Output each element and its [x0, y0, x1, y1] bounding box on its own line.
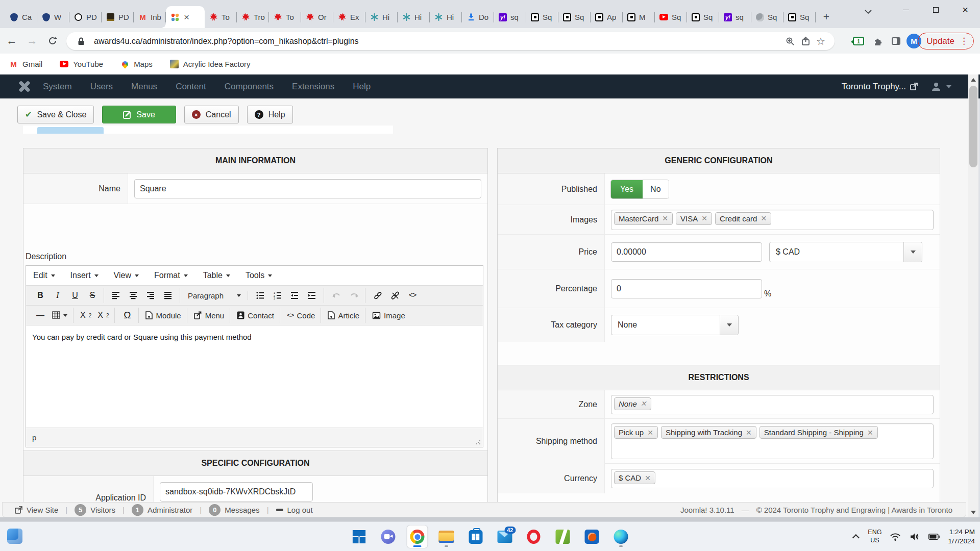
price-currency-select[interactable]: $ CAD — [769, 242, 922, 262]
remove-tag-icon[interactable]: ✕ — [746, 429, 752, 437]
editor-menu-view[interactable]: View — [114, 271, 139, 280]
element-path[interactable]: p — [32, 433, 36, 442]
chrome-update-button[interactable]: Update ⋮ — [918, 33, 974, 49]
bookmark-item[interactable]: Acrylic Idea Factory — [170, 60, 251, 68]
opera-icon[interactable] — [524, 525, 544, 548]
bookmark-item[interactable]: YouTube — [60, 60, 103, 68]
paragraph-format-dropdown[interactable]: Paragraph — [185, 291, 244, 300]
table-button[interactable] — [50, 308, 69, 323]
bullet-list-button[interactable] — [253, 288, 268, 303]
browser-tab[interactable]: Hi — [398, 6, 430, 28]
percentage-input[interactable] — [611, 279, 762, 298]
published-yes-button[interactable]: Yes — [611, 180, 643, 198]
widgets-icon[interactable] — [7, 529, 22, 544]
editor-menu-format[interactable]: Format — [154, 271, 188, 280]
remove-tag-icon[interactable]: ✕ — [647, 429, 653, 437]
browser-tab-active[interactable]: × — [166, 6, 205, 28]
browser-tab[interactable]: y!sq — [719, 6, 751, 28]
insert-article-button[interactable]: Article — [326, 308, 361, 323]
editor-resize-handle[interactable] — [476, 440, 481, 445]
remove-tag-icon[interactable]: ✕ — [645, 474, 651, 482]
microsoft-store-icon[interactable] — [465, 525, 486, 548]
bookmark-item[interactable]: Maps — [120, 60, 153, 68]
special-character-button[interactable]: Ω — [119, 308, 135, 323]
share-icon[interactable] — [798, 34, 813, 49]
active-subtab-sliver[interactable] — [37, 127, 104, 134]
wifi-icon[interactable] — [890, 531, 901, 542]
editor-menu-table[interactable]: Table — [203, 271, 230, 280]
browser-tab[interactable]: Ca — [5, 6, 37, 28]
align-center-button[interactable] — [126, 288, 141, 303]
new-tab-button[interactable]: + — [819, 9, 834, 24]
name-input[interactable] — [134, 179, 481, 198]
insert-link-button[interactable] — [370, 288, 385, 303]
extensions-puzzle-icon[interactable] — [870, 34, 886, 49]
tab-close-icon[interactable]: × — [184, 12, 189, 22]
taskbar-clock[interactable]: 1:24 PM 1/7/2024 — [948, 528, 975, 545]
browser-tab[interactable]: Or — [301, 6, 333, 28]
menu-dots-icon[interactable]: ⋮ — [960, 36, 968, 46]
scrollbar-thumb[interactable] — [969, 86, 977, 167]
browser-tab[interactable]: Ap — [591, 6, 623, 28]
url-text[interactable]: awards4u.ca/administrator/index.php?opti… — [94, 37, 782, 46]
user-menu[interactable] — [931, 82, 951, 92]
bookmark-star-icon[interactable]: ☆ — [813, 34, 828, 49]
browser-tab[interactable]: Sq — [783, 6, 816, 28]
images-tag-input[interactable]: MasterCard✕VISA✕Credit card✕ — [611, 210, 934, 230]
scroll-down-arrow[interactable] — [968, 507, 978, 517]
admin-menu-help[interactable]: Help — [353, 82, 371, 92]
view-site-link[interactable]: View Site — [15, 506, 58, 514]
browser-tab[interactable]: Sq — [655, 6, 687, 28]
volume-icon[interactable] — [909, 531, 920, 542]
strikethrough-button[interactable]: S — [85, 288, 100, 303]
browser-tab[interactable]: Tro — [237, 6, 269, 28]
remove-tag-icon[interactable]: ✕ — [701, 214, 707, 222]
browser-tab[interactable]: To — [205, 6, 237, 28]
language-switcher[interactable]: ENG US — [868, 529, 881, 544]
subscript-button[interactable]: X2 — [78, 308, 93, 323]
justify-button[interactable] — [161, 288, 176, 303]
edge-icon[interactable] — [611, 525, 631, 548]
insert-menu-button[interactable]: Menu — [192, 308, 227, 323]
remove-tag-icon[interactable]: ✕ — [761, 214, 767, 222]
horizontal-rule-button[interactable]: — — [33, 308, 48, 323]
browser-tab[interactable]: Hi — [365, 6, 398, 28]
remove-link-button[interactable] — [387, 288, 403, 303]
indent-button[interactable] — [305, 288, 320, 303]
chat-icon[interactable] — [378, 525, 399, 548]
browser-tab[interactable]: Do — [462, 6, 494, 28]
admin-menu-components[interactable]: Components — [225, 82, 274, 92]
insert-code-button[interactable]: <> Code — [285, 308, 317, 323]
editor-menu-edit[interactable]: Edit — [33, 271, 55, 280]
browser-tab[interactable]: PD — [102, 6, 134, 28]
redo-button[interactable] — [346, 288, 361, 303]
remove-tag-icon[interactable]: ✕ — [662, 214, 668, 222]
window-close-button[interactable]: × — [950, 0, 980, 19]
align-left-button[interactable] — [109, 288, 124, 303]
save-close-button[interactable]: ✔ Save & Close — [17, 106, 94, 123]
browser-tab[interactable]: M — [623, 6, 655, 28]
chrome-icon[interactable] — [407, 525, 428, 548]
save-button[interactable]: Save — [102, 106, 176, 123]
reload-button[interactable] — [44, 32, 61, 49]
window-maximize-button[interactable] — [921, 0, 950, 19]
align-right-button[interactable] — [143, 288, 159, 303]
window-minimize-button[interactable] — [891, 0, 921, 19]
help-button[interactable]: ? Help — [247, 106, 293, 123]
coreldraw-icon[interactable] — [553, 525, 573, 548]
mail-icon[interactable]: 42 — [495, 525, 515, 548]
superscript-button[interactable]: X2 — [95, 308, 111, 323]
undo-button[interactable] — [329, 288, 344, 303]
bookmark-item[interactable]: MGmail — [9, 60, 42, 68]
editor-menu-insert[interactable]: Insert — [70, 271, 99, 280]
forward-button[interactable]: → — [23, 32, 41, 49]
browser-tab[interactable]: To — [269, 6, 301, 28]
admin-menu-users[interactable]: Users — [90, 82, 113, 92]
bold-button[interactable]: B — [33, 288, 48, 303]
browser-tab[interactable]: Sq — [558, 6, 591, 28]
insert-image-button[interactable]: Image — [370, 308, 407, 323]
chevron-down-icon[interactable] — [720, 315, 738, 335]
scroll-up-arrow[interactable] — [968, 74, 978, 85]
remove-tag-icon[interactable]: ✕ — [641, 399, 647, 408]
cancel-button[interactable]: × Cancel — [184, 106, 239, 123]
